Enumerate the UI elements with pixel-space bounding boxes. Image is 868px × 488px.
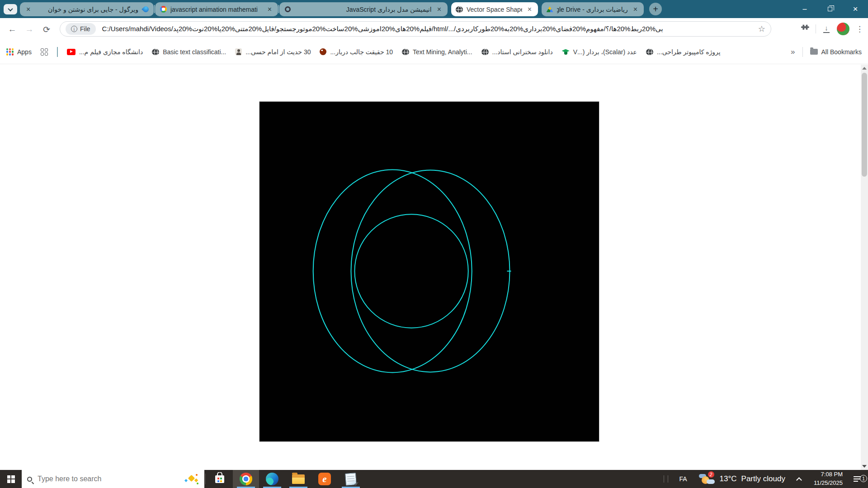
edge-icon [266, 473, 278, 485]
search-input[interactable] [37, 474, 179, 483]
taskbar-e-app-button[interactable]: e [311, 470, 338, 488]
tab-google-search[interactable]: javascript animation mathemati × [155, 2, 278, 16]
weather-condition: Partly cloudy [741, 474, 785, 483]
bookmark-squares[interactable] [41, 48, 48, 56]
minimize-button[interactable]: – [792, 0, 817, 18]
bookmark-item[interactable]: دانلود سخنرانی استاد... [481, 48, 553, 56]
reload-button[interactable]: ⟳ [41, 23, 52, 35]
taskbar-edge-button[interactable] [259, 470, 285, 488]
language-indicator[interactable]: FA [673, 475, 693, 483]
orange-e-icon: e [318, 473, 331, 485]
clock[interactable]: 7:08 PM 11/25/2025 [809, 470, 847, 488]
close-icon[interactable]: × [24, 5, 32, 14]
close-window-button[interactable]: × [843, 0, 868, 18]
start-button[interactable] [0, 470, 22, 488]
download-icon[interactable]: ↓ [822, 25, 830, 33]
close-icon[interactable]: × [435, 5, 443, 14]
canvas-svg [259, 102, 599, 441]
scroll-up-arrow[interactable] [861, 65, 868, 72]
bookmark-label: 30 حدیث از امام حسی... [245, 48, 311, 56]
tab-virgool[interactable]: × ویرگول - جایی برای نوشتن و خوان [20, 2, 154, 16]
url-text[interactable]: C:/Users/mahdi/Videos/فیلم%20های%20اموزش… [102, 25, 752, 33]
scroll-down-arrow[interactable] [861, 463, 868, 470]
bookmark-label: دانلود سخنرانی استاد... [492, 48, 553, 56]
bookmark-item[interactable]: Basic text classificati... [152, 48, 226, 56]
page-content [0, 65, 868, 470]
hidden-icons-chevron[interactable] [796, 477, 802, 483]
chevron-down-icon [8, 6, 13, 11]
system-tray: FA 2 13°C Partly cloudy 7:08 PM 11/25/20… [664, 470, 868, 488]
bookmark-star-icon[interactable]: ☆ [758, 24, 765, 34]
extensions-puzzle-icon[interactable] [800, 23, 809, 34]
all-bookmarks-button[interactable]: All Bookmarks [810, 48, 862, 56]
close-icon[interactable]: × [526, 5, 533, 14]
globe-icon [456, 6, 463, 13]
tab-vector-space-shape[interactable]: Vector Space Shape × [451, 2, 538, 16]
bookmark-label: Basic text classificati... [163, 48, 226, 56]
bookmarks-vertical-separator [802, 47, 803, 57]
address-bar[interactable]: i File C:/Users/mahdi/Videos/فیلم%20های%… [60, 21, 771, 37]
restore-button[interactable] [817, 0, 843, 18]
file-chip-label: File [80, 25, 90, 33]
forward-button[interactable]: → [24, 23, 35, 35]
taskbar-chrome-button[interactable] [233, 470, 259, 488]
taskbar-search-box[interactable] [22, 470, 204, 488]
weather-badge: 2 [708, 471, 714, 478]
back-button[interactable]: ← [6, 23, 18, 35]
globe-icon [152, 49, 159, 55]
apps-label: Apps [17, 48, 32, 56]
chrome-icon [240, 473, 252, 485]
title-bar: × ویرگول - جایی برای نوشتن و خوان javasc… [0, 0, 868, 18]
windows-logo-icon [7, 475, 15, 483]
taskbar-file-explorer-button[interactable] [285, 470, 311, 488]
bookmark-item[interactable]: 30 حدیث از امام حسی... [235, 48, 311, 56]
close-icon[interactable]: × [632, 5, 639, 14]
bookmarks-overflow-button[interactable]: » [791, 47, 795, 56]
bookmark-item[interactable]: پروژه کامپیوتر طراحی... [646, 48, 721, 56]
temperature: 13°C [720, 474, 737, 483]
new-tab-button[interactable]: + [649, 3, 662, 15]
tab-list-chevron-button[interactable] [4, 4, 17, 14]
bookmarks-separator [57, 47, 58, 57]
menu-dots-icon[interactable]: ⋮ [856, 24, 863, 34]
person-icon [235, 48, 242, 55]
bookmark-item[interactable]: Text Mining, Analyti... [402, 48, 472, 56]
google-drive-icon [546, 6, 553, 13]
tab-title: javascript animation mathemati [170, 6, 262, 13]
all-bookmarks-label: All Bookmarks [821, 48, 862, 56]
taskbar-store-button[interactable] [207, 470, 233, 488]
folder-icon [810, 49, 818, 55]
tab-strip: × ویرگول - جایی برای نوشتن و خوان javasc… [20, 0, 662, 18]
notification-center-button[interactable]: 1 [847, 475, 868, 483]
window-controls: – × [792, 0, 868, 18]
globe-icon [481, 49, 489, 55]
close-icon[interactable]: × [266, 5, 274, 14]
tab-chatgpt[interactable]: انیمیشن مدل برداری JavaScript × [279, 2, 448, 16]
tab-separator [278, 5, 279, 13]
globe-icon [646, 49, 653, 55]
search-icon [27, 477, 32, 482]
youtube-icon [67, 49, 75, 55]
notification-badge: 1 [860, 475, 867, 482]
profile-avatar[interactable] [837, 23, 849, 35]
search-highlights-sparkle-icon[interactable] [184, 473, 199, 485]
globe-icon [402, 49, 409, 55]
bookmark-item[interactable]: 10 حقیقت جالب دربار... [320, 48, 393, 56]
bookmark-label: عدد (Scalar)، بردار (...V [573, 48, 637, 56]
file-explorer-icon [292, 474, 305, 484]
chatgpt-icon [284, 6, 291, 13]
taskbar-divider [205, 474, 206, 484]
file-scheme-chip[interactable]: i File [66, 23, 96, 35]
sphere-icon [320, 48, 326, 55]
apps-shortcut[interactable]: Apps [6, 48, 32, 56]
scrollbar-thumb[interactable] [862, 73, 867, 177]
taskbar-notepad-button[interactable] [338, 470, 364, 488]
tab-title: انیمیشن مدل برداری JavaScript [295, 6, 432, 13]
bookmark-item[interactable]: دانشگاه مجازی فیلم م... [67, 48, 143, 56]
page-scrollbar[interactable] [861, 65, 868, 470]
tab-google-drive[interactable]: ریاضیات برداری - Google Drive × [542, 2, 644, 16]
weather-widget[interactable]: 2 13°C Partly cloudy [693, 473, 791, 485]
virgool-icon [142, 6, 149, 13]
tab-title: Vector Space Shape [467, 6, 522, 13]
bookmark-item[interactable]: عدد (Scalar)، بردار (...V [562, 48, 637, 56]
